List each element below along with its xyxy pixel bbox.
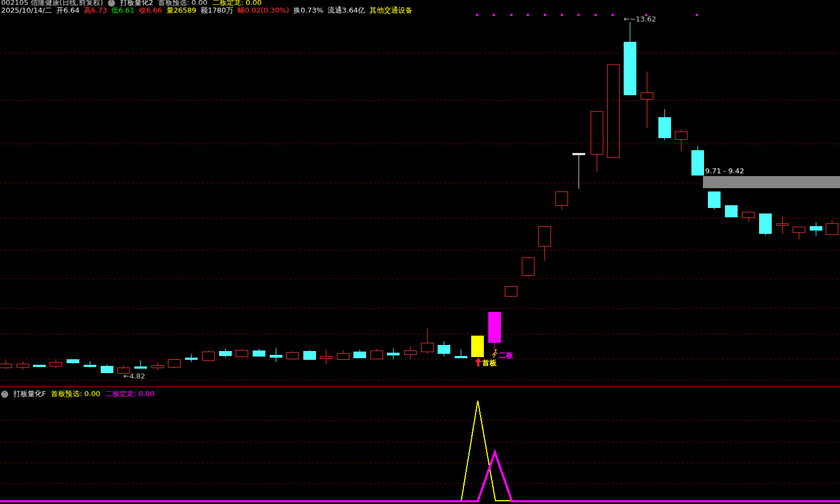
sub-indicator-header: 打板量化F 首板预选: 0.00 二板定龙: 0.00: [1, 389, 154, 399]
quote-date: 2025/10/14/二: [1, 6, 52, 15]
quote-volume: 量26589: [166, 6, 196, 15]
quote-industry[interactable]: 其他交通设备: [369, 6, 412, 15]
sub-signal1: 首板预选: 0.00: [51, 389, 100, 399]
stock-chart-screen: 002105 信隆健康(日线,前复权) 打板量化2 首板预选: 0.00 二板定…: [0, 0, 840, 504]
period-low-label: ←4.82: [123, 372, 145, 380]
quote-bar: 2025/10/14/二 开6.64 高6.73 低6.61 收6.66 量26…: [1, 6, 412, 15]
quote-amount: 额1780万: [200, 6, 233, 15]
quote-open: 开6.64: [56, 6, 79, 15]
quote-high: 高6.73: [84, 6, 107, 15]
collapse-chevron-icon[interactable]: [1, 391, 8, 398]
quote-low: 低6.61: [111, 6, 134, 15]
sub-indicator-name[interactable]: 打板量化F: [13, 389, 46, 399]
quote-close: 收6.66: [139, 6, 162, 15]
sub-signal2: 二板定龙: 0.00: [105, 389, 154, 399]
quote-change: 幅0.02(0.30%): [238, 6, 289, 15]
period-high-label: ←~13.62: [624, 15, 656, 23]
second-board-label: 二板: [499, 350, 513, 360]
candlestick-chart-canvas[interactable]: [0, 0, 840, 504]
price-range-label: 9.71 - 9.42: [705, 167, 744, 175]
buy-arrow-icon: [475, 358, 482, 366]
quote-float: 流通3.64亿: [328, 6, 365, 15]
running-man-icon: [491, 349, 498, 360]
quote-turnover: 换0.73%: [293, 6, 323, 15]
